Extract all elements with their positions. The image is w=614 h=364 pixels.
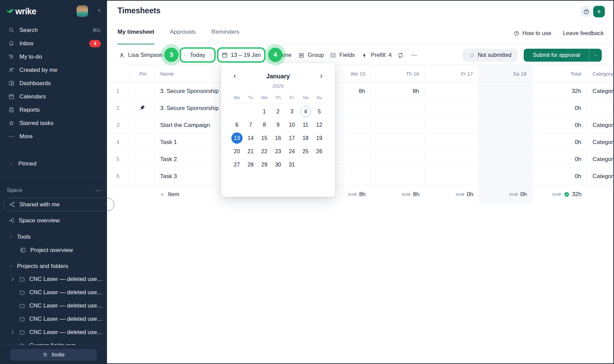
add-item-button[interactable]: Item — [155, 191, 179, 198]
category-cell[interactable]: Category — [587, 168, 614, 185]
calendar-day[interactable]: 22 — [258, 145, 271, 158]
sidebar-item-reports[interactable]: Reports — [0, 103, 107, 116]
space-selector[interactable]: Shared with me — [3, 198, 114, 211]
column-header-day[interactable]: Th 16 — [371, 65, 425, 83]
calendar-day[interactable]: 6 — [230, 118, 244, 131]
column-header-day[interactable]: Fr 17 — [425, 65, 479, 83]
sidebar-item-search[interactable]: Search ⌘K — [0, 23, 107, 37]
sidebar-collapse-icon[interactable] — [96, 7, 102, 13]
calendar-day[interactable]: 26 — [312, 145, 326, 158]
pin-cell[interactable] — [129, 151, 155, 168]
sidebar-item-tools[interactable]: Tools — [0, 230, 107, 243]
sidebar-item-projects-and-folders[interactable]: Projects and folders — [0, 259, 107, 273]
hours-cell[interactable] — [425, 100, 479, 117]
hours-cell[interactable] — [479, 168, 532, 185]
calendar-day[interactable]: 14 — [244, 131, 257, 145]
hours-cell[interactable] — [479, 134, 532, 151]
refresh-button[interactable] — [397, 48, 404, 63]
table-row[interactable]: 3 Start the Campaign 0h Category — [107, 117, 614, 134]
pin-cell[interactable] — [129, 117, 155, 134]
sidebar-item-project-overview[interactable]: Project overview — [0, 243, 107, 257]
calendar-day[interactable]: 20 — [230, 145, 244, 158]
calendar-day[interactable]: 31 — [285, 158, 298, 171]
calendar-day[interactable]: 4 — [298, 105, 312, 118]
calendar-year-label[interactable]: 2025 — [221, 83, 335, 89]
hours-cell[interactable] — [425, 168, 479, 185]
hours-cell[interactable] — [425, 83, 479, 100]
group-button[interactable]: Group — [298, 48, 324, 63]
sidebar-item-calendars[interactable]: Calendars — [0, 90, 107, 103]
table-row[interactable]: 1 3. Secure Sponsorship 8h8h 32h Categor… — [107, 83, 614, 100]
sidebar-item-pinned[interactable]: Pinned — [0, 157, 107, 171]
hours-cell[interactable] — [371, 134, 425, 151]
chevron-left-icon[interactable] — [183, 53, 187, 57]
calendar-day[interactable]: 29 — [258, 158, 271, 171]
more-actions-button[interactable] — [411, 48, 417, 63]
calendar-next-button[interactable] — [317, 72, 326, 81]
table-row[interactable]: 6 Task 3 0h Category — [107, 168, 614, 185]
table-row[interactable]: 5 Task 2 0h Category — [107, 151, 614, 168]
space-more-icon[interactable] — [95, 187, 102, 194]
status-badge[interactable]: Not submitted — [463, 49, 518, 62]
fields-button[interactable]: Fields — [330, 48, 355, 63]
calendar-day[interactable]: 25 — [298, 145, 312, 158]
calendar-day[interactable]: 10 — [285, 118, 298, 131]
user-filter[interactable]: Lisa Simpson ( — [119, 48, 166, 63]
column-header-category[interactable]: Category — [587, 65, 614, 83]
help-button[interactable] — [581, 6, 592, 17]
column-header-day[interactable]: Sa 18 — [479, 65, 532, 83]
table-row[interactable]: 4 Task 1 0h Category — [107, 134, 614, 151]
calendar-day[interactable]: 1 — [258, 105, 271, 118]
column-header-pin[interactable]: Pin — [129, 65, 155, 83]
sidebar-item-starred-tasks[interactable]: Starred tasks — [0, 116, 107, 130]
tab-approvals[interactable]: Approvals — [170, 29, 196, 45]
calendar-day[interactable]: 11 — [298, 118, 312, 131]
calendar-day[interactable]: 21 — [244, 145, 257, 158]
sidebar-folder-item[interactable]: CNC Laser — deleted use… — [0, 272, 107, 286]
sidebar-item-inbox[interactable]: Inbox 5 — [0, 37, 107, 50]
invite-button[interactable]: Invite — [10, 349, 97, 361]
calendar-day[interactable]: 18 — [298, 131, 312, 145]
hours-cell[interactable] — [479, 83, 532, 100]
submit-dropdown-button[interactable] — [589, 53, 602, 58]
calendar-day[interactable]: 2 — [271, 105, 285, 118]
pin-cell[interactable] — [129, 100, 155, 117]
sidebar-item-space-overview[interactable]: Space overview — [0, 214, 107, 227]
tab-reminders[interactable]: Reminders — [211, 29, 239, 45]
create-button[interactable] — [593, 6, 605, 17]
tab-my-timesheet[interactable]: My timesheet — [118, 29, 154, 45]
calendar-prev-button[interactable] — [230, 72, 240, 81]
hours-cell[interactable] — [371, 117, 425, 134]
calendar-day[interactable]: 30 — [271, 158, 285, 171]
sidebar-item-dashboards[interactable]: Dashboards — [0, 77, 107, 90]
today-button[interactable]: Today — [180, 47, 216, 63]
table-row[interactable]: 2 3. Secure Sponsorship 0h — [107, 100, 614, 117]
sidebar-folder-item[interactable]: Custom fields test — [0, 339, 107, 345]
date-range-button[interactable]: 13 – 19 Jan — [217, 47, 265, 63]
chevron-right-icon[interactable] — [208, 53, 213, 57]
calendar-day[interactable]: 23 — [271, 145, 285, 158]
user-avatar[interactable] — [77, 5, 88, 17]
calendar-day[interactable]: 7 — [244, 118, 257, 131]
wrike-logo-icon[interactable] — [7, 8, 13, 15]
calendar-day[interactable]: 17 — [285, 131, 298, 145]
hours-cell[interactable] — [425, 151, 479, 168]
sidebar-folder-item[interactable]: CNC Laser — deleted use… — [0, 326, 107, 339]
calendar-day[interactable]: 8 — [258, 118, 271, 131]
hours-cell[interactable] — [479, 117, 532, 134]
category-cell[interactable]: Category — [587, 151, 614, 168]
calendar-day[interactable]: 28 — [244, 158, 257, 171]
category-cell[interactable]: Category — [587, 117, 614, 134]
sidebar-folder-item[interactable]: CNC Laser — deleted use… — [0, 299, 107, 312]
hours-cell[interactable] — [371, 151, 425, 168]
sidebar-folder-item[interactable]: CNC Laser — deleted use… — [0, 312, 107, 326]
calendar-day[interactable]: 12 — [312, 118, 326, 131]
calendar-day[interactable]: 24 — [285, 145, 298, 158]
hours-cell[interactable] — [371, 168, 425, 185]
hours-cell[interactable] — [479, 151, 532, 168]
category-cell[interactable]: Category — [587, 83, 614, 100]
category-cell[interactable] — [587, 100, 614, 117]
sidebar-item-my-to-do[interactable]: My to-do — [0, 50, 107, 63]
pin-cell[interactable] — [129, 83, 155, 100]
hours-cell[interactable]: 8h — [371, 83, 425, 100]
